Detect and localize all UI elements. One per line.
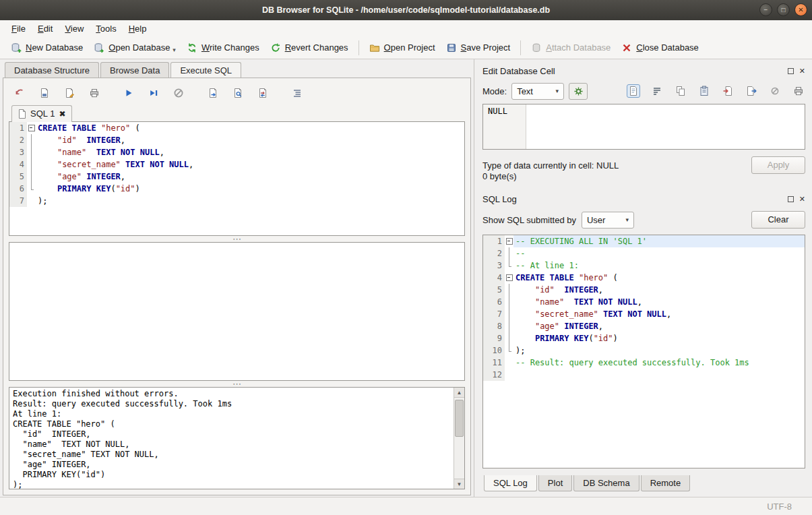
save-project-button[interactable]: Save Project <box>441 40 516 56</box>
text-view-icon[interactable] <box>627 84 640 98</box>
edit-cell-header: Edit Database Cell ✕ <box>482 62 805 80</box>
scroll-up-icon[interactable]: ▲ <box>454 388 464 398</box>
code-line: 10); <box>483 344 805 357</box>
dock-tab-sql-log[interactable]: SQL Log <box>484 475 537 491</box>
main-toolbar: New Database Open Database ▾ Write Chang… <box>0 36 812 59</box>
new-database-button[interactable]: New Database <box>5 40 88 56</box>
edit-cell-title: Edit Database Cell <box>482 66 788 76</box>
code-line: 7 "secret_name" TEXT NOT NULL, <box>483 308 805 320</box>
sql-log-title: SQL Log <box>482 194 788 204</box>
execution-output-pane[interactable]: Execution finished without errors. Resul… <box>9 387 465 489</box>
print-cell-icon[interactable] <box>792 84 805 98</box>
tab-browse-data[interactable]: Browse Data <box>100 62 169 78</box>
cell-value: NULL <box>488 107 507 116</box>
dock-tab-plot[interactable]: Plot <box>538 475 572 491</box>
mode-value: Text <box>517 86 533 96</box>
code-line: 6 "name" TEXT NOT NULL, <box>483 296 805 308</box>
close-database-button[interactable]: Close Database <box>616 40 704 56</box>
tab-execute-sql[interactable]: Execute SQL <box>170 62 241 78</box>
dock-tab-remote[interactable]: Remote <box>641 475 691 491</box>
open-project-button[interactable]: Open Project <box>364 40 441 56</box>
close-window-button[interactable]: ✕ <box>794 3 807 16</box>
toolbar-separator <box>358 40 359 55</box>
sql-tab[interactable]: SQL 1 ✖ <box>11 105 72 122</box>
code-line: 6 PRIMARY KEY("id") <box>9 183 464 195</box>
copy-icon[interactable] <box>674 84 687 98</box>
new-database-icon <box>11 42 22 53</box>
set-null-icon[interactable] <box>768 84 782 98</box>
float-panel-icon[interactable] <box>788 68 794 74</box>
sql-log-view[interactable]: 1-- EXECUTING ALL IN 'SQL 1'2--3-- At li… <box>482 235 805 468</box>
code-line: 3-- At line 1: <box>483 260 805 272</box>
write-changes-button[interactable]: Write Changes <box>181 40 265 56</box>
cell-toolbar <box>627 84 805 98</box>
scroll-down-icon[interactable]: ▼ <box>454 479 464 489</box>
save-sql-file-icon[interactable] <box>38 86 51 100</box>
cell-type-text: Type of data currently in cell: NULL <box>482 160 751 171</box>
export-data-icon[interactable] <box>745 84 758 98</box>
close-database-icon <box>621 42 632 53</box>
sql-editor[interactable]: 1CREATE TABLE "hero" (2 "id" INTEGER,3 "… <box>9 121 465 236</box>
save-sql-file-as-icon[interactable] <box>63 86 76 100</box>
find-icon[interactable] <box>231 86 245 100</box>
main-tab-bar: Database Structure Browse Data Execute S… <box>0 59 474 78</box>
attach-database-button[interactable]: Attach Database <box>526 40 616 56</box>
execute-all-icon[interactable] <box>122 86 135 100</box>
open-database-dropdown-icon[interactable]: ▾ <box>173 47 176 53</box>
scrollbar-thumb[interactable] <box>455 400 464 437</box>
filter-label: Show SQL submitted by <box>482 215 576 225</box>
close-panel-icon[interactable]: ✕ <box>799 195 805 203</box>
cell-size-text: 0 byte(s) <box>482 171 805 185</box>
window-title: DB Browser for SQLite - /home/user/code/… <box>262 5 550 15</box>
auto-format-button[interactable] <box>569 83 588 100</box>
splitter-handle[interactable]: ⋯ <box>9 381 465 387</box>
encoding-indicator[interactable]: UTF-8 <box>767 502 792 512</box>
sql-file-icon <box>18 109 26 119</box>
submitted-by-select[interactable]: User ▾ <box>582 212 634 229</box>
cell-value-editor[interactable]: NULL <box>482 104 805 150</box>
toolbar-separator <box>520 40 521 55</box>
menu-edit[interactable]: Edit <box>32 22 59 36</box>
print-sql-icon[interactable] <box>88 86 101 100</box>
menu-help[interactable]: Help <box>123 22 153 36</box>
minimize-button[interactable]: − <box>759 3 772 16</box>
execution-output-text: Execution finished without errors. Resul… <box>9 388 464 489</box>
code-line: 2 "id" INTEGER, <box>9 134 464 146</box>
export-results-icon[interactable] <box>206 86 220 100</box>
code-line: 9 PRIMARY KEY("id") <box>483 332 805 344</box>
output-scrollbar[interactable]: ▲ ▼ <box>454 388 464 489</box>
code-line: 1-- EXECUTING ALL IN 'SQL 1' <box>483 235 805 247</box>
results-grid[interactable] <box>9 242 465 381</box>
dock-tab-db-schema[interactable]: DB Schema <box>573 475 639 491</box>
menu-file[interactable]: File <box>5 22 32 36</box>
sql-log-header: SQL Log ✕ <box>482 190 805 208</box>
tab-database-structure[interactable]: Database Structure <box>5 62 99 78</box>
paste-icon[interactable] <box>697 84 711 98</box>
code-line: 4 "secret_name" TEXT NOT NULL, <box>9 158 464 171</box>
clear-log-button[interactable]: Clear <box>751 211 805 229</box>
code-line: 5 "age" INTEGER, <box>9 171 464 183</box>
mode-select[interactable]: Text ▾ <box>511 83 564 100</box>
execute-line-icon[interactable] <box>147 86 160 100</box>
menu-view[interactable]: View <box>59 22 90 36</box>
word-wrap-icon[interactable] <box>650 84 664 98</box>
open-sql-file-icon[interactable] <box>13 86 26 100</box>
find-replace-icon[interactable] <box>256 86 270 100</box>
code-line: 1CREATE TABLE "hero" ( <box>9 122 464 134</box>
stop-execution-icon[interactable] <box>172 86 185 100</box>
sql-tab-close-icon[interactable]: ✖ <box>59 109 65 119</box>
mode-label: Mode: <box>482 86 507 96</box>
fold-marker-icon <box>27 122 36 134</box>
attach-database-icon <box>531 42 542 53</box>
maximize-button[interactable]: □ <box>777 3 790 16</box>
statusbar: UTF-8 <box>0 497 812 515</box>
close-panel-icon[interactable]: ✕ <box>799 67 805 75</box>
splitter-handle[interactable]: ⋯ <box>9 236 465 242</box>
revert-changes-icon <box>270 42 281 53</box>
float-panel-icon[interactable] <box>788 196 794 202</box>
open-database-button[interactable]: Open Database ▾ <box>88 40 181 56</box>
revert-changes-button[interactable]: Revert Changes <box>265 40 354 56</box>
menu-tools[interactable]: Tools <box>90 22 122 36</box>
format-sql-icon[interactable] <box>290 86 304 100</box>
import-data-icon[interactable] <box>721 84 735 98</box>
